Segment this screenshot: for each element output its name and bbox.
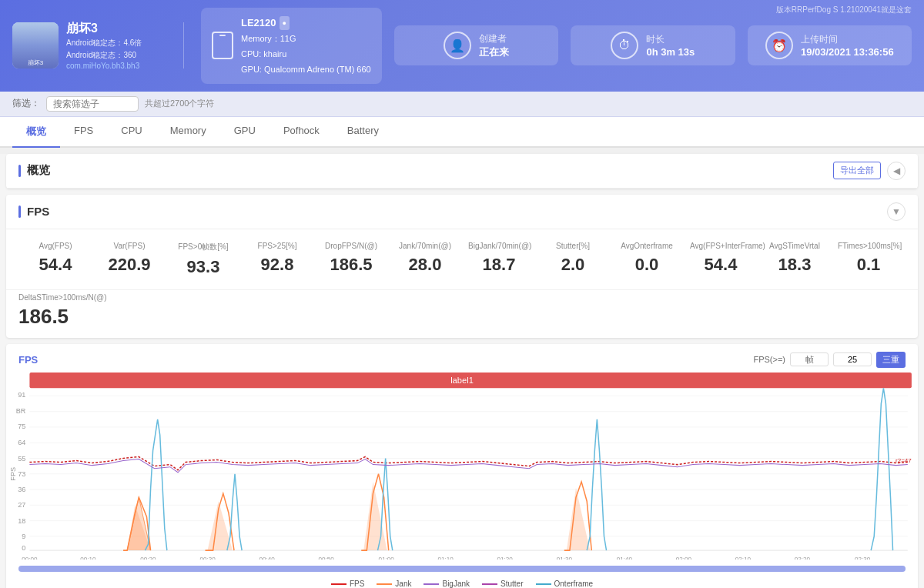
svg-text:18: 18 <box>18 516 25 524</box>
chart-scrollbar-thumb <box>18 566 906 572</box>
app-header: 崩坏3 Android稳定态：4.6倍 Android稳定态：360 com.m… <box>0 0 924 92</box>
fps-stat-9: Avg(FPS+InterFrame) 54.4 <box>684 239 758 280</box>
game-info: 崩坏3 Android稳定态：4.6倍 Android稳定态：360 com.m… <box>12 21 166 70</box>
svg-text:55: 55 <box>18 454 25 462</box>
fps-stat-6: BigJank/70min(@) 18.7 <box>462 239 536 280</box>
fps-chart-svg: label1 91 BR 75 64 55 73 36 27 18 9 0 FP… <box>6 373 918 560</box>
legend-jank-label: Jank <box>395 580 411 588</box>
duration-icon: ⏱ <box>611 32 638 59</box>
game-name-block: 崩坏3 Android稳定态：4.6倍 Android稳定态：360 com.m… <box>66 21 142 70</box>
chart-title: FPS <box>18 354 38 366</box>
device-gpu: GPU: Qualcomm Adreno (TM) 660 <box>241 62 371 78</box>
overview-section-header: 概览 导出全部 ◀ <box>6 154 918 189</box>
svg-text:00:30: 00:30 <box>199 556 216 560</box>
fps-stat-label-2: FPS>0帧数[%] <box>172 242 234 252</box>
svg-text:73: 73 <box>18 470 25 478</box>
legend-stutter-line <box>482 583 497 585</box>
fps-stat-value-0: 54.4 <box>25 255 86 275</box>
overview-section: 概览 导出全部 ◀ <box>6 154 918 189</box>
legend-jank-line <box>377 583 392 585</box>
game-meta1: Android稳定态：4.6倍 <box>66 37 142 49</box>
tab-pofhock[interactable]: Pofhock <box>270 117 333 148</box>
fps-stat-label-10: AvgSTimeVrtal <box>764 242 825 250</box>
svg-text:02:00: 02:00 <box>676 556 692 560</box>
svg-text:9: 9 <box>22 533 25 540</box>
device-info: LE2120 ● Memory：11G CPU: khairu GPU: Qua… <box>201 8 382 84</box>
svg-text:FPS: FPS <box>9 467 17 481</box>
game-avatar <box>12 22 59 68</box>
fps-delta-value: 186.5 <box>18 305 906 329</box>
fps-stat-10: AvgSTimeVrtal 18.3 <box>758 239 832 280</box>
collapse-button[interactable]: ◀ <box>887 162 906 180</box>
tab-fps[interactable]: FPS <box>60 117 107 148</box>
fps-stat-label-8: AvgOnterframe <box>616 242 678 250</box>
svg-text:01:00: 01:00 <box>379 556 395 560</box>
export-button[interactable]: 导出全部 <box>833 162 881 179</box>
fps-stat-value-1: 220.9 <box>99 255 160 275</box>
fps-chart: label1 91 BR 75 64 55 73 36 27 18 9 0 FP… <box>6 373 918 563</box>
chart-header: FPS FPS(>=) 三重 <box>6 352 918 373</box>
svg-text:label1: label1 <box>450 376 474 385</box>
duration-value: 0h 3m 13s <box>646 46 695 58</box>
svg-text:00:10: 00:10 <box>80 556 96 560</box>
nav-tabs: 概览 FPS CPU Memory GPU Pofhock Battery <box>0 117 924 148</box>
device-tag: ● <box>280 16 290 30</box>
upload-icon: ⏰ <box>765 32 793 59</box>
chart-controls: FPS(>=) 三重 <box>753 352 906 368</box>
chart-apply-button[interactable]: 三重 <box>876 352 906 368</box>
stat-upload-block: 上传时间 19/03/2021 13:36:56 <box>801 33 894 58</box>
fps-stat-label-7: Stutter[%] <box>542 242 604 250</box>
chart-legend: FPS Jank BigJank Stutter Onterframe <box>6 575 918 588</box>
svg-text:00:20: 00:20 <box>140 556 156 560</box>
legend-bigjank: BigJank <box>424 580 470 588</box>
fps-stat-label-9: Avg(FPS+InterFrame) <box>690 242 752 250</box>
game-meta3: com.miHoYo.bh3.bh3 <box>66 62 142 70</box>
fps-collapse-button[interactable]: ▼ <box>887 202 906 221</box>
fps-stat-value-5: 28.0 <box>394 255 456 275</box>
overview-actions: 导出全部 ◀ <box>833 162 906 180</box>
svg-text:00:50: 00:50 <box>318 556 334 560</box>
fps-stat-value-11: 0.1 <box>838 255 899 275</box>
chart-input-1[interactable] <box>790 352 829 366</box>
fps-stat-value-9: 54.4 <box>690 255 752 275</box>
legend-onterframe-label: Onterframe <box>554 580 594 588</box>
filter-input[interactable] <box>46 96 139 112</box>
svg-text:00:40: 00:40 <box>259 556 275 560</box>
stat-duration-block: 时长 0h 3m 13s <box>646 33 695 58</box>
svg-text:75: 75 <box>18 423 25 430</box>
creator-icon: 👤 <box>444 32 471 59</box>
chart-scrollbar[interactable] <box>18 566 906 572</box>
tab-gpu[interactable]: GPU <box>220 117 270 148</box>
fps-stat-value-8: 0.0 <box>616 255 678 275</box>
legend-fps: FPS <box>331 580 364 588</box>
creator-label: 创建者 <box>479 32 509 45</box>
fps-stat-label-0: Avg(FPS) <box>25 242 86 250</box>
divider <box>183 22 184 68</box>
fps-stat-value-3: 92.8 <box>246 255 308 275</box>
fps-stat-value-10: 18.3 <box>764 255 825 275</box>
legend-onterframe-line <box>536 583 551 585</box>
fps-stat-5: Jank/70min(@) 28.0 <box>388 239 462 280</box>
chart-input-2[interactable] <box>833 352 872 366</box>
svg-text:91: 91 <box>18 391 25 399</box>
game-title: 崩坏3 <box>66 21 142 37</box>
tab-battery[interactable]: Battery <box>333 117 393 148</box>
fps-stat-value-2: 93.3 <box>172 257 234 277</box>
chart-section: FPS FPS(>=) 三重 label1 91 BR 75 64 <box>6 344 918 588</box>
tab-cpu[interactable]: CPU <box>107 117 156 148</box>
version-info: 版本RRPerfDog S 1.21020041就是这套 <box>776 5 912 15</box>
creator-value: 正在来 <box>479 45 509 59</box>
fps-stat-label-6: BigJank/70min(@) <box>468 242 530 250</box>
upload-label: 上传时间 <box>801 33 894 46</box>
tab-memory[interactable]: Memory <box>156 117 220 148</box>
duration-label: 时长 <box>646 33 695 46</box>
fps-stat-label-1: Var(FPS) <box>99 242 160 250</box>
filter-bar: 筛选： 共超过2700个字符 <box>0 92 924 117</box>
fps-stat-11: FTimes>100ms[%] 0.1 <box>832 239 906 280</box>
fps-filter-label: FPS(>=) <box>753 355 785 364</box>
svg-text:00:00: 00:00 <box>22 556 38 560</box>
tab-overview[interactable]: 概览 <box>12 117 60 148</box>
game-meta2: Android稳定态：360 <box>66 49 142 62</box>
fps-stat-4: DropFPS/N(@) 186.5 <box>314 239 388 280</box>
fps-stat-label-4: DropFPS/N(@) <box>320 242 382 250</box>
